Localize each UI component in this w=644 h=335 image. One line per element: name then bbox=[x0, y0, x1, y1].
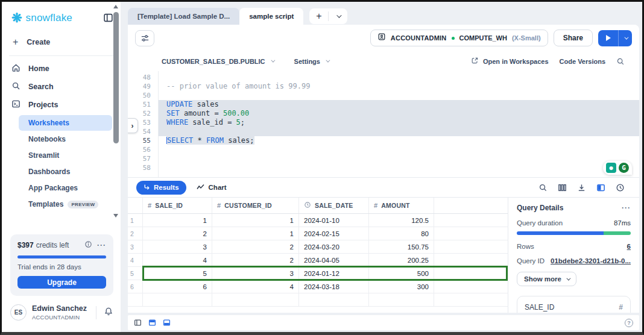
tab-template-load-sample-data[interactable]: [Template] Load Sample D... bbox=[128, 8, 239, 25]
grammarly-g-icon[interactable]: G bbox=[619, 163, 629, 173]
grammarly-widget[interactable]: ● G bbox=[603, 161, 632, 175]
cell[interactable]: 2024-02-15 bbox=[299, 227, 369, 240]
bell-icon[interactable] bbox=[104, 307, 113, 319]
code-line[interactable] bbox=[159, 127, 639, 136]
table-row[interactable]: 2212024-02-1580 bbox=[128, 227, 508, 240]
layout-top-panel-icon[interactable] bbox=[148, 319, 156, 327]
table-row[interactable]: 6642024-03-18300 bbox=[128, 280, 508, 293]
layout-left-panel-icon[interactable] bbox=[134, 319, 142, 327]
tab-sample-script[interactable]: sample script bbox=[239, 8, 303, 25]
cell[interactable]: 2 bbox=[212, 254, 299, 266]
cell[interactable]: 4 bbox=[212, 280, 299, 293]
cell[interactable]: 6 bbox=[143, 280, 212, 293]
create-button[interactable]: + Create bbox=[2, 30, 121, 54]
share-button[interactable]: Share bbox=[554, 30, 593, 46]
worksheet-options-button[interactable] bbox=[135, 30, 154, 46]
collapse-sidebar-icon[interactable] bbox=[103, 13, 113, 23]
query-details-more-icon[interactable]: ··· bbox=[622, 204, 631, 212]
tab-chart[interactable]: Chart bbox=[191, 184, 233, 192]
code-line[interactable]: SELECT * FROM sales; bbox=[159, 136, 639, 145]
code-line[interactable] bbox=[159, 73, 639, 82]
scroll-up-icon[interactable] bbox=[113, 5, 118, 8]
sidebar-item-worksheets[interactable]: Worksheets bbox=[19, 115, 112, 131]
cell[interactable]: 200.25 bbox=[369, 254, 434, 266]
info-icon[interactable] bbox=[84, 240, 92, 250]
upgrade-button[interactable]: Upgrade bbox=[17, 276, 106, 289]
user-menu[interactable]: ES Edwin Sanchez ACCOUNTADMIN bbox=[10, 304, 115, 321]
cell[interactable]: 300 bbox=[369, 280, 434, 293]
cell[interactable]: 2024-04-05 bbox=[299, 254, 369, 266]
editor-code[interactable]: -- prior value of amount is 99.99UPDATE … bbox=[158, 71, 639, 177]
sidebar-item-streamlit[interactable]: Streamlit bbox=[19, 148, 112, 163]
sidebar-item-dashboards[interactable]: Dashboards bbox=[19, 164, 112, 180]
query-id-link[interactable]: 01bdebe2-3201-d21b-0... bbox=[551, 257, 631, 265]
column-header-customer_id[interactable]: #CUSTOMER_ID bbox=[212, 198, 299, 213]
cell[interactable]: 2024-01-10 bbox=[299, 214, 369, 227]
table-row[interactable]: 4422024-04-05200.25 bbox=[128, 254, 508, 267]
code-line[interactable]: WHERE sale_id = 5; bbox=[159, 118, 639, 127]
cell[interactable]: 2 bbox=[212, 240, 299, 253]
credits-more-icon[interactable]: ··· bbox=[97, 241, 106, 249]
code-versions-link[interactable]: Code Versions bbox=[560, 58, 605, 65]
settings-menu[interactable]: Settings bbox=[294, 58, 329, 65]
database-schema-selector[interactable]: CUSTOMER_SALES_DB.PUBLIC bbox=[162, 58, 274, 65]
query-history-icon[interactable] bbox=[616, 183, 625, 192]
cell[interactable]: 2024-03-18 bbox=[299, 280, 369, 293]
table-row[interactable]: 5532024-01-12500 bbox=[128, 267, 508, 280]
column-header-amount[interactable]: #AMOUNT bbox=[369, 198, 434, 213]
cell[interactable]: 3 bbox=[143, 240, 212, 253]
search-results-icon[interactable] bbox=[538, 183, 548, 192]
sidebar-scrollbar-thumb[interactable] bbox=[113, 12, 119, 143]
cell[interactable]: 80 bbox=[369, 227, 434, 240]
code-line[interactable] bbox=[159, 145, 639, 154]
sidebar-item-home[interactable]: Home bbox=[2, 60, 121, 78]
field-card-sale-id[interactable]: SALE_ID # bbox=[517, 296, 631, 313]
editor-search-icon[interactable] bbox=[616, 57, 625, 66]
open-in-workspaces-link[interactable]: Open in Workspaces bbox=[471, 57, 549, 66]
sql-editor[interactable]: 4849505152535455565758 -- prior value of… bbox=[128, 71, 639, 177]
cell[interactable]: 150.75 bbox=[369, 240, 434, 253]
cell[interactable]: 3 bbox=[212, 267, 299, 280]
run-button[interactable] bbox=[598, 30, 618, 46]
cell[interactable]: 120.5 bbox=[369, 214, 434, 227]
columns-icon[interactable] bbox=[558, 183, 567, 192]
rows-value-link[interactable]: 6 bbox=[627, 243, 631, 250]
column-header-sale_date[interactable]: SALE_DATE bbox=[299, 198, 369, 213]
new-tab-button[interactable]: + bbox=[309, 8, 328, 24]
table-row[interactable]: 3322024-03-20150.75 bbox=[128, 240, 508, 254]
cell[interactable]: 5 bbox=[143, 267, 212, 280]
sidebar-item-app-packages[interactable]: App Packages bbox=[19, 180, 112, 196]
code-line[interactable] bbox=[159, 91, 639, 100]
cell[interactable]: 500 bbox=[369, 267, 434, 280]
show-more-button[interactable]: Show more bbox=[517, 272, 576, 286]
help-icon[interactable]: ? bbox=[625, 319, 633, 327]
run-options-chevron-icon[interactable] bbox=[618, 30, 632, 46]
cell[interactable]: 2024-03-20 bbox=[299, 240, 369, 253]
tab-list-chevron-icon[interactable] bbox=[329, 8, 347, 24]
cell[interactable]: 2 bbox=[143, 227, 212, 240]
cell[interactable]: 1 bbox=[212, 214, 299, 227]
cell[interactable]: 1 bbox=[143, 214, 212, 227]
suggestion-bulb-icon[interactable]: ● bbox=[606, 163, 616, 173]
code-line[interactable]: SET amount = 500.00 bbox=[159, 109, 639, 118]
code-line[interactable] bbox=[159, 154, 639, 163]
code-line[interactable]: UPDATE sales bbox=[159, 100, 639, 109]
expand-object-explorer-button[interactable]: › bbox=[128, 118, 138, 133]
download-icon[interactable] bbox=[577, 183, 586, 192]
sidebar-item-search[interactable]: Search bbox=[2, 78, 121, 96]
sidebar-item-projects[interactable]: Projects bbox=[2, 96, 121, 114]
layout-bottom-panel-icon[interactable] bbox=[163, 319, 171, 327]
scroll-down-icon[interactable] bbox=[113, 214, 118, 218]
table-row[interactable]: 1112024-01-10120.5 bbox=[128, 214, 508, 227]
cell[interactable]: 1 bbox=[212, 227, 299, 240]
code-line[interactable]: -- prior value of amount is 99.99 bbox=[159, 82, 639, 91]
sidebar-item-notebooks[interactable]: Notebooks bbox=[19, 131, 112, 147]
sidebar-item-templates[interactable]: TemplatesPREVIEW bbox=[19, 196, 112, 212]
code-line[interactable] bbox=[159, 163, 639, 172]
cell[interactable]: 2024-01-12 bbox=[299, 267, 369, 280]
tab-results[interactable]: Results bbox=[136, 181, 186, 195]
split-view-icon[interactable] bbox=[596, 183, 605, 192]
session-context-selector[interactable]: ACCOUNTADMIN COMPUTE_WH (X-Small) bbox=[370, 30, 548, 46]
cell[interactable]: 4 bbox=[143, 254, 212, 266]
column-header-sale_id[interactable]: #SALE_ID bbox=[143, 198, 212, 213]
